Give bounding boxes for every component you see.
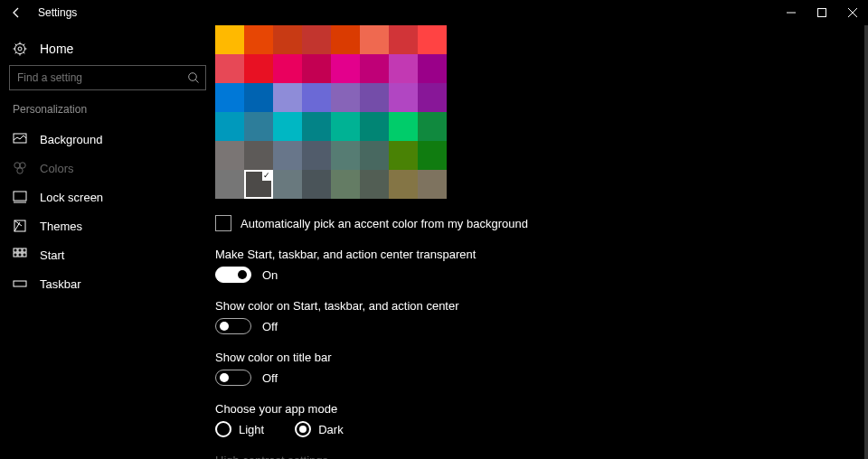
color-swatch[interactable] [273,141,302,170]
svg-rect-25 [18,253,22,257]
color-swatch[interactable] [331,25,360,54]
color-swatch[interactable] [360,83,389,112]
color-swatch[interactable] [360,54,389,83]
nav-item-label: Themes [40,220,82,233]
nav-item-colors[interactable]: Colors [0,154,215,183]
nav-item-start[interactable]: Start [0,240,215,269]
setting-show-color-taskbar: Show color on Start, taskbar, and action… [215,299,868,334]
auto-accent-checkbox[interactable]: Automatically pick an accent color from … [215,215,868,231]
color-swatch[interactable] [418,112,447,141]
svg-rect-24 [14,253,17,257]
color-swatch[interactable] [302,54,331,83]
color-swatch[interactable] [389,83,418,112]
nav-item-taskbar[interactable]: Taskbar [0,269,215,298]
color-swatch[interactable] [215,83,244,112]
toggle-state: On [262,268,278,282]
toggle-state: Off [262,320,278,333]
search-input[interactable] [17,71,187,84]
color-swatch[interactable] [331,112,360,141]
search-box[interactable] [9,65,206,90]
color-swatch[interactable] [389,112,418,141]
radio-dark[interactable]: Dark [295,421,343,437]
close-button[interactable] [837,0,868,25]
toggle-transparent[interactable]: On [215,267,868,283]
toggle-show-color-taskbar[interactable]: Off [215,318,868,334]
color-swatch[interactable] [215,25,244,54]
svg-line-10 [15,52,16,53]
svg-rect-22 [18,248,22,252]
svg-point-16 [20,163,25,168]
minimize-icon [787,8,796,17]
color-swatch[interactable] [215,170,244,199]
color-swatch[interactable] [389,170,418,199]
color-swatch[interactable] [215,54,244,83]
nav-item-label: Lock screen [40,191,103,204]
svg-rect-26 [23,253,26,257]
colors-icon [13,161,27,175]
color-swatch[interactable] [418,54,447,83]
color-swatch[interactable] [418,25,447,54]
back-button[interactable] [0,0,33,25]
color-swatch[interactable] [360,170,389,199]
color-swatch[interactable] [360,112,389,141]
home-button[interactable]: Home [0,36,215,65]
svg-rect-21 [14,248,17,252]
color-swatch[interactable] [389,54,418,83]
color-swatch[interactable] [360,141,389,170]
search-icon [187,71,200,84]
color-swatch[interactable] [302,25,331,54]
color-swatch[interactable] [389,141,418,170]
svg-point-2 [15,44,25,54]
category-label: Personalization [0,103,215,125]
setting-app-mode: Choose your app mode Light Dark [215,402,868,437]
svg-line-9 [24,52,24,53]
nav-item-label: Colors [40,162,74,175]
color-swatch[interactable] [244,25,273,54]
picture-icon [13,132,27,146]
scrollbar[interactable] [864,25,868,459]
radio-light[interactable]: Light [215,421,264,437]
color-swatch[interactable] [418,141,447,170]
color-swatch[interactable] [244,112,273,141]
nav-item-label: Taskbar [40,277,81,291]
color-swatch[interactable] [273,83,302,112]
radio-circle [215,421,231,437]
nav-item-background[interactable]: Background [0,125,215,154]
color-swatch[interactable] [244,54,273,83]
color-swatch[interactable] [273,54,302,83]
color-swatch[interactable] [302,83,331,112]
setting-show-color-title-label: Show color on title bar [215,351,868,364]
setting-show-color-taskbar-label: Show color on Start, taskbar, and action… [215,299,868,313]
color-swatch[interactable] [331,54,360,83]
color-swatch[interactable] [331,83,360,112]
setting-transparent: Make Start, taskbar, and action center t… [215,248,868,283]
color-swatch[interactable] [244,83,273,112]
high-contrast-link[interactable]: High contrast settings [215,454,868,459]
color-swatch[interactable] [389,25,418,54]
color-swatch[interactable] [273,170,302,199]
minimize-button[interactable] [776,0,807,25]
color-swatch[interactable] [331,170,360,199]
color-swatch[interactable] [273,112,302,141]
color-swatch[interactable] [244,141,273,170]
color-swatch[interactable] [302,112,331,141]
color-swatch[interactable] [302,141,331,170]
toggle-show-color-title[interactable]: Off [215,370,868,386]
color-swatch[interactable] [331,141,360,170]
color-swatch[interactable] [273,25,302,54]
color-swatch[interactable] [418,83,447,112]
color-swatch[interactable]: ✓ [244,170,273,199]
nav-item-themes[interactable]: Themes [0,211,215,240]
color-swatch[interactable] [215,112,244,141]
color-swatch[interactable] [302,170,331,199]
toggle-switch [215,318,251,334]
svg-point-17 [17,168,23,173]
radio-circle [295,421,311,437]
nav-item-lock-screen[interactable]: Lock screen [0,183,215,211]
close-icon [848,8,857,17]
maximize-button[interactable] [807,0,837,25]
color-swatch[interactable] [215,141,244,170]
color-swatch[interactable] [418,170,447,199]
auto-accent-label: Automatically pick an accent color from … [241,217,528,230]
color-swatch[interactable] [360,25,389,54]
